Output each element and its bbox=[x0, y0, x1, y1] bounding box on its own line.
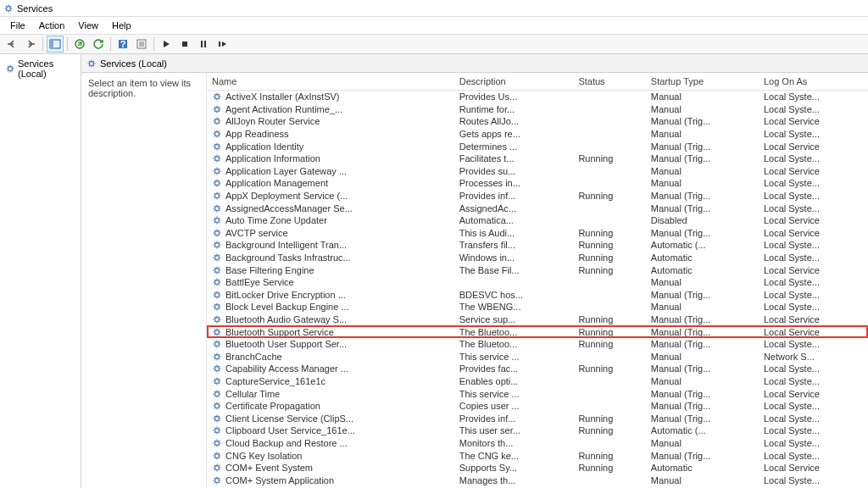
service-row[interactable]: Certificate PropagationCopies user ...Ma… bbox=[207, 400, 868, 413]
show-hide-tree-button[interactable] bbox=[47, 36, 64, 53]
service-row[interactable]: COM+ System ApplicationManages th...Manu… bbox=[207, 474, 868, 486]
service-desc: Routes AllJo... bbox=[454, 115, 574, 128]
service-startup: Manual (Trig... bbox=[646, 202, 759, 214]
service-name: Capability Access Manager ... bbox=[225, 363, 348, 374]
service-row[interactable]: App ReadinessGets apps re...ManualLocal … bbox=[207, 128, 868, 141]
service-status bbox=[573, 177, 645, 190]
service-row[interactable]: COM+ Event SystemSupports Sy...RunningAu… bbox=[207, 462, 868, 474]
service-row[interactable]: ActiveX Installer (AxInstSV)Provides Us.… bbox=[207, 91, 868, 103]
stop-service-button[interactable] bbox=[176, 36, 193, 53]
service-row[interactable]: Block Level Backup Engine ...The WBENG..… bbox=[207, 301, 868, 313]
menu-action[interactable]: Action bbox=[32, 19, 72, 32]
service-row[interactable]: BranchCacheThis service ...ManualNetwork… bbox=[207, 350, 868, 363]
service-row[interactable]: AppX Deployment Service (...Provides inf… bbox=[207, 190, 868, 202]
service-startup: Automatic bbox=[646, 252, 759, 264]
col-startup[interactable]: Startup Type bbox=[646, 73, 759, 91]
svg-rect-12 bbox=[204, 41, 206, 47]
menu-file[interactable]: File bbox=[3, 19, 32, 32]
restart-service-button[interactable] bbox=[214, 36, 231, 53]
service-status bbox=[573, 103, 645, 116]
service-status: Running bbox=[573, 190, 645, 202]
service-row[interactable]: Background Intelligent Tran...Transfers … bbox=[207, 239, 868, 252]
service-name: Application Identity bbox=[225, 141, 303, 152]
service-logon: Local Syste... bbox=[759, 437, 868, 450]
help-button[interactable]: ? bbox=[114, 36, 131, 53]
service-logon: Local Syste... bbox=[759, 412, 868, 424]
service-desc: AssignedAc... bbox=[454, 202, 574, 214]
workspace: Services (Local) Services (Local) Select… bbox=[0, 54, 868, 488]
service-row[interactable]: Base Filtering EngineThe Base Fil...Runn… bbox=[207, 263, 868, 276]
service-row[interactable]: Cloud Backup and Restore ...Monitors th.… bbox=[207, 437, 868, 450]
service-name: Application Management bbox=[225, 178, 328, 188]
svg-rect-13 bbox=[219, 42, 220, 47]
start-service-button[interactable] bbox=[158, 36, 175, 53]
col-logon[interactable]: Log On As bbox=[759, 73, 868, 91]
service-row[interactable]: Application Layer Gateway ...Provides su… bbox=[207, 165, 868, 178]
column-headers[interactable]: Name Description Status Startup Type Log… bbox=[207, 73, 868, 91]
service-desc bbox=[454, 276, 574, 289]
col-status[interactable]: Status bbox=[573, 73, 645, 91]
service-row[interactable]: AVCTP serviceThis is Audi...RunningManua… bbox=[207, 227, 868, 240]
service-startup: Manual (Trig... bbox=[646, 325, 759, 338]
service-name: Application Information bbox=[225, 153, 320, 164]
forward-button[interactable] bbox=[22, 36, 39, 53]
service-logon: Local Syste... bbox=[759, 449, 868, 462]
gear-icon bbox=[212, 129, 222, 139]
service-startup: Automatic bbox=[646, 462, 759, 474]
service-logon: Local Service bbox=[759, 165, 868, 178]
service-row[interactable]: BitLocker Drive Encryption ...BDESVC hos… bbox=[207, 289, 868, 302]
service-name: Cloud Backup and Restore ... bbox=[225, 438, 348, 448]
service-startup: Automatic bbox=[646, 263, 759, 276]
service-row[interactable]: Bluetooth Audio Gateway S...Service sup.… bbox=[207, 313, 868, 326]
service-logon: Local Syste... bbox=[759, 363, 868, 375]
service-row[interactable]: Auto Time Zone UpdaterAutomatica...Disab… bbox=[207, 214, 868, 227]
col-description[interactable]: Description bbox=[454, 73, 574, 91]
service-row[interactable]: Agent Activation Runtime_...Runtime for.… bbox=[207, 103, 868, 116]
service-startup: Manual bbox=[646, 103, 759, 116]
menu-view[interactable]: View bbox=[71, 19, 105, 32]
service-row[interactable]: Application IdentityDetermines ...Manual… bbox=[207, 140, 868, 152]
service-row[interactable]: Bluetooth User Support Ser...The Bluetoo… bbox=[207, 338, 868, 351]
service-desc: Copies user ... bbox=[454, 400, 574, 413]
tree-node-services-local[interactable]: Services (Local) bbox=[3, 58, 77, 80]
service-logon: Local Syste... bbox=[759, 103, 868, 116]
service-desc: Facilitates t... bbox=[454, 152, 574, 165]
gear-icon bbox=[212, 376, 222, 386]
service-row[interactable]: AllJoyn Router ServiceRoutes AllJo...Man… bbox=[207, 115, 868, 128]
service-row[interactable]: Clipboard User Service_161e...This user … bbox=[207, 424, 868, 437]
service-row[interactable]: AssignedAccessManager Se...AssignedAc...… bbox=[207, 202, 868, 214]
service-logon: Local Syste... bbox=[759, 177, 868, 190]
back-button[interactable] bbox=[3, 36, 20, 53]
refresh-button[interactable] bbox=[90, 36, 107, 53]
gear-icon bbox=[5, 64, 15, 74]
services-list[interactable]: Name Description Status Startup Type Log… bbox=[207, 73, 868, 488]
service-row[interactable]: Application ManagementProcesses in...Man… bbox=[207, 177, 868, 190]
service-desc: The CNG ke... bbox=[454, 449, 574, 462]
pause-service-button[interactable] bbox=[195, 36, 212, 53]
service-row[interactable]: Capability Access Manager ...Provides fa… bbox=[207, 363, 868, 375]
gear-icon bbox=[212, 389, 222, 399]
service-row[interactable]: Application InformationFacilitates t...R… bbox=[207, 152, 868, 165]
export-button[interactable] bbox=[71, 36, 88, 53]
service-name: App Readiness bbox=[225, 129, 289, 139]
service-status bbox=[573, 474, 645, 486]
pane-header: Services (Local) bbox=[81, 54, 868, 73]
service-logon: Local Service bbox=[759, 387, 868, 400]
service-row[interactable]: Cellular TimeThis service ...Manual (Tri… bbox=[207, 387, 868, 400]
menu-help[interactable]: Help bbox=[105, 19, 138, 32]
service-status: Running bbox=[573, 152, 645, 165]
service-name: BattlEye Service bbox=[225, 277, 294, 287]
col-name[interactable]: Name bbox=[207, 73, 454, 91]
properties-button[interactable] bbox=[133, 36, 150, 53]
service-row[interactable]: Bluetooth Support ServiceThe Bluetoo...R… bbox=[207, 325, 868, 338]
service-name: Auto Time Zone Updater bbox=[225, 215, 327, 225]
service-row[interactable]: CaptureService_161e1cEnables opti...Manu… bbox=[207, 375, 868, 388]
service-row[interactable]: CNG Key IsolationThe CNG ke...RunningMan… bbox=[207, 449, 868, 462]
service-logon: Local Syste... bbox=[759, 91, 868, 103]
service-row[interactable]: Background Tasks Infrastruc...Windows in… bbox=[207, 252, 868, 264]
service-startup: Manual bbox=[646, 375, 759, 388]
service-logon: Network S... bbox=[759, 350, 868, 363]
service-desc: Provides Us... bbox=[454, 91, 574, 103]
service-row[interactable]: Client License Service (ClipS...Provides… bbox=[207, 412, 868, 424]
service-row[interactable]: BattlEye ServiceManualLocal Syste... bbox=[207, 276, 868, 289]
